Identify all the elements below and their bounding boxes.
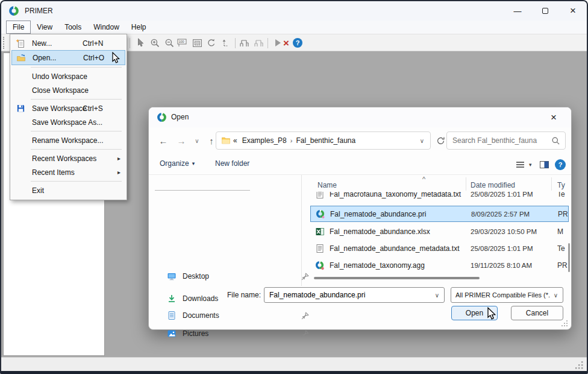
menu-item-save-workspace-as[interactable]: Save Workspace As... <box>11 115 125 129</box>
column-header-date-modified[interactable]: Date modified <box>471 181 515 189</box>
menu-tools[interactable]: Tools <box>58 21 87 34</box>
menu-item-label: Save Workspace <box>32 104 87 113</box>
zoom-100-icon[interactable]: 100 <box>177 37 189 49</box>
sidebar-item-label: Pictures <box>183 329 208 338</box>
menu-help[interactable]: Help <box>125 21 152 34</box>
menu-item-recent-workspaces[interactable]: Recent Workspaces ▸ <box>11 151 125 165</box>
resize-grip-icon[interactable] <box>575 361 583 369</box>
refresh-button[interactable] <box>433 133 448 148</box>
back-button[interactable]: ← <box>156 133 170 148</box>
file-row[interactable]: Fal_macrofauna_taxonomy_metadata.txt 25/… <box>310 192 569 201</box>
column-separator[interactable] <box>551 177 552 191</box>
dialog-body: Desktop Downloads Documents Pictures ^ <box>149 175 571 286</box>
filename-row: File name: ∨ All PRIMER Compatible Files… <box>149 287 571 303</box>
menu-item-exit[interactable]: Exit <box>11 183 125 197</box>
cancel-button[interactable]: Cancel <box>511 306 563 320</box>
menu-item-label: Recent Workspaces <box>32 154 96 163</box>
menu-item-shortcut: Ctrl+N <box>83 39 103 48</box>
rotate-icon[interactable] <box>205 37 217 49</box>
minimize-button[interactable]: — <box>504 1 531 21</box>
new-folder-button[interactable]: New folder <box>215 159 249 168</box>
sidebar-item-desktop[interactable]: Desktop <box>167 269 295 284</box>
file-row-selected[interactable]: Fal_nematode_abundance.pri 8/09/2025 2:5… <box>310 206 569 222</box>
menu-view[interactable]: View <box>31 21 58 34</box>
minimize-icon: — <box>514 7 522 16</box>
file-row[interactable]: Fal_nematode_abundance.xlsx 29/03/2023 1… <box>310 223 569 239</box>
menu-item-label: Rename Workspace... <box>32 136 104 145</box>
pin-icon[interactable] <box>301 272 310 281</box>
toolbar-grip[interactable] <box>3 37 5 49</box>
horizontal-scrollbar[interactable] <box>314 277 480 279</box>
forward-icon: → <box>177 136 186 146</box>
menu-item-close-workspace[interactable]: Close Workspace <box>11 83 125 97</box>
search-input[interactable] <box>452 133 549 148</box>
menu-separator <box>31 99 122 100</box>
column-header-type[interactable]: Ty <box>557 181 565 189</box>
organize-button[interactable]: Organize ▾ <box>160 159 195 168</box>
file-row[interactable]: Fal_nematode_abundance_metadata.txt 25/0… <box>310 240 569 256</box>
zoom-in-icon[interactable] <box>149 37 161 49</box>
vertical-scrollbar[interactable] <box>568 243 570 272</box>
preview-pane-button[interactable] <box>539 160 549 171</box>
pin-icon[interactable] <box>301 311 310 320</box>
chevron-down-icon[interactable]: ∨ <box>435 292 439 299</box>
breadcrumb-dropdown-icon[interactable]: ∨ <box>420 138 424 144</box>
chevron-down-icon: ∨ <box>195 138 199 144</box>
primer-window: PRIMER — × File View Tools Window Help 1… <box>0 0 588 374</box>
menu-file[interactable]: File <box>6 21 31 34</box>
dialog-close-button[interactable]: × <box>545 110 563 125</box>
menu-item-open[interactable]: Open... Ctrl+O <box>11 50 125 65</box>
close-button[interactable]: × <box>559 1 587 21</box>
menu-item-rename-workspace[interactable]: Rename Workspace... <box>11 133 125 147</box>
titlebar: PRIMER — × <box>1 1 587 21</box>
menu-item-label: Save Workspace As... <box>32 118 102 127</box>
recent-locations-button[interactable]: ∨ <box>190 133 204 148</box>
maximize-button[interactable] <box>531 1 559 21</box>
menu-item-undo-workspace[interactable]: Undo Workspace <box>11 69 125 83</box>
menu-window[interactable]: Window <box>87 21 125 34</box>
sidebar-item-pictures[interactable]: Pictures <box>167 326 295 341</box>
menu-item-recent-items[interactable]: Recent Items ▸ <box>11 165 125 179</box>
chevron-down-icon: ▾ <box>192 160 195 166</box>
forward-button[interactable]: → <box>174 133 189 148</box>
breadcrumb-bar[interactable]: « Examples_P8 › Fal_benthic_fauna ∨ <box>216 132 431 150</box>
toolbar-separator <box>130 38 130 48</box>
mouse-cursor <box>487 307 496 320</box>
file-type: Te <box>557 192 569 198</box>
pictures-icon <box>167 329 177 338</box>
new-file-icon <box>11 39 30 48</box>
help-icon[interactable]: ? <box>292 37 304 49</box>
pin-icon[interactable] <box>301 329 310 338</box>
save-floppy-icon <box>11 104 30 113</box>
file-list-header: ^ Name Date modified Ty <box>302 181 572 192</box>
dialog-resize-grip-icon[interactable] <box>561 320 568 327</box>
dendrogram-icon[interactable] <box>239 37 251 49</box>
sidebar-item-documents[interactable]: Documents <box>167 308 295 323</box>
views-button[interactable] <box>515 160 526 171</box>
dialog-titlebar: Open × <box>149 107 571 127</box>
column-separator[interactable] <box>466 177 466 191</box>
column-header-name[interactable]: Name <box>317 181 337 189</box>
svg-text:100: 100 <box>178 40 184 43</box>
menubar: File View Tools Window Help <box>1 21 587 34</box>
menu-item-new[interactable]: New... Ctrl+N <box>11 36 125 50</box>
thumbnail-view-icon[interactable] <box>191 37 203 49</box>
filetype-combobox[interactable]: All PRIMER Compatible Files (*. ∨ <box>451 287 563 303</box>
breadcrumb-segment[interactable]: Fal_benthic_fauna <box>296 136 355 145</box>
menu-separator <box>31 67 122 68</box>
pointer-tool-icon[interactable] <box>134 37 146 49</box>
stop-icon[interactable]: × <box>280 37 292 49</box>
file-row[interactable]: Fal_nematode_taxonomy.agg 19/11/2025 8:1… <box>310 257 569 273</box>
filename-input[interactable] <box>269 288 426 302</box>
dialog-help-button[interactable]: ? <box>555 159 566 170</box>
preview-pane-icon <box>539 160 549 170</box>
breadcrumb-segment[interactable]: Examples_P8 <box>242 136 287 145</box>
menu-item-save-workspace[interactable]: Save Workspace Ctrl+S <box>11 101 125 115</box>
zoom-out-icon[interactable] <box>163 37 175 49</box>
dendrogram-alt-icon[interactable] <box>253 37 265 49</box>
update-icon[interactable] <box>220 37 232 49</box>
breadcrumb-overflow[interactable]: « <box>233 136 237 145</box>
dialog-commandbar: Organize ▾ New folder ▾ ? <box>149 154 571 175</box>
views-chevron-icon[interactable]: ▾ <box>529 162 532 168</box>
documents-icon <box>167 311 177 320</box>
